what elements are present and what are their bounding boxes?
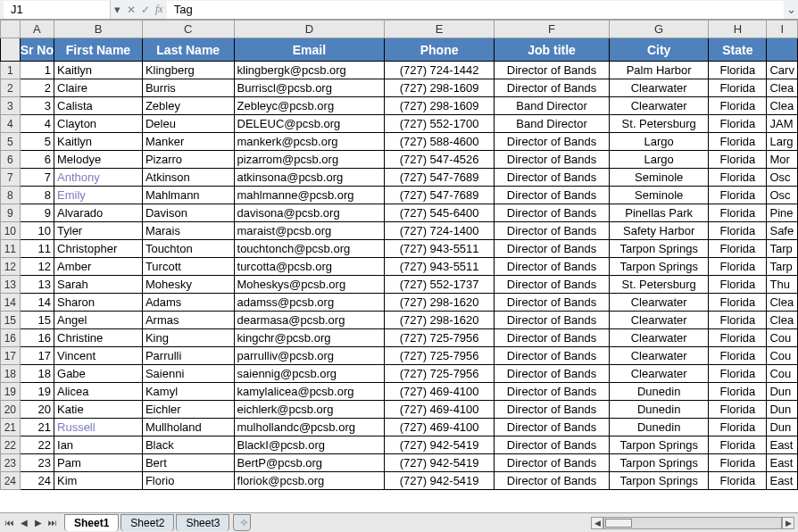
- cell[interactable]: Moheskys@pcsb.org: [234, 276, 385, 294]
- cell[interactable]: Christine: [54, 329, 143, 347]
- cell[interactable]: (727) 942-5419: [385, 472, 495, 490]
- cell[interactable]: Dun: [767, 383, 798, 401]
- cell[interactable]: Larg: [767, 133, 798, 151]
- cell[interactable]: Tarpon Springs: [610, 240, 709, 258]
- cell[interactable]: Florida: [709, 204, 767, 222]
- cell[interactable]: Florida: [709, 97, 767, 115]
- cell[interactable]: Vincent: [54, 347, 143, 365]
- cell[interactable]: Clea: [767, 312, 798, 329]
- cell[interactable]: Clearwater: [610, 312, 709, 329]
- cell[interactable]: Director of Bands: [495, 401, 610, 419]
- col-header-A[interactable]: A: [20, 21, 54, 38]
- cell[interactable]: Director of Bands: [495, 329, 610, 347]
- cell[interactable]: (727) 547-7689: [385, 187, 495, 204]
- cell[interactable]: Manker: [142, 133, 234, 151]
- header-cell[interactable]: Job title: [495, 38, 610, 62]
- row-header[interactable]: 20: [1, 401, 21, 419]
- row-header[interactable]: 18: [1, 365, 21, 383]
- cell[interactable]: Florida: [709, 79, 767, 97]
- cell[interactable]: (727) 552-1700: [385, 115, 495, 133]
- cell[interactable]: Florida: [709, 365, 767, 383]
- cell[interactable]: Cou: [767, 329, 798, 347]
- row-header[interactable]: 7: [1, 169, 21, 187]
- tab-nav-prev-icon[interactable]: ◀: [18, 516, 30, 530]
- cell[interactable]: Bert: [142, 454, 234, 472]
- cell[interactable]: East: [767, 454, 798, 472]
- cell[interactable]: Seminole: [610, 169, 709, 187]
- cell[interactable]: Director of Bands: [495, 347, 610, 365]
- cell[interactable]: Adams: [142, 294, 234, 312]
- cell[interactable]: touchtonch@pcsb.org: [234, 240, 385, 258]
- cell[interactable]: Armas: [142, 312, 234, 329]
- cell[interactable]: Sharon: [54, 294, 143, 312]
- cell[interactable]: Saienni: [142, 365, 234, 383]
- cell[interactable]: Director of Bands: [495, 62, 610, 79]
- header-cell[interactable]: Email: [234, 38, 385, 62]
- cell[interactable]: Largo: [610, 151, 709, 169]
- cell[interactable]: Pinellas Park: [610, 204, 709, 222]
- cell[interactable]: Clearwater: [610, 347, 709, 365]
- cell[interactable]: Director of Bands: [495, 419, 610, 436]
- cell[interactable]: Pine: [767, 204, 798, 222]
- cell[interactable]: Dunedin: [610, 419, 709, 436]
- cell[interactable]: Florio: [142, 472, 234, 490]
- cell[interactable]: Osc: [767, 169, 798, 187]
- cell[interactable]: (727) 724-1400: [385, 222, 495, 240]
- tab-nav-first-icon[interactable]: ⏮: [4, 516, 16, 530]
- header-cell[interactable]: City: [610, 38, 709, 62]
- cell[interactable]: Davison: [142, 204, 234, 222]
- row-header[interactable]: 23: [1, 454, 21, 472]
- cell[interactable]: Clea: [767, 294, 798, 312]
- cell[interactable]: Dunedin: [610, 383, 709, 401]
- cell[interactable]: mankerk@pcsb.org: [234, 133, 385, 151]
- cell[interactable]: Director of Bands: [495, 133, 610, 151]
- cell[interactable]: (727) 298-1620: [385, 294, 495, 312]
- row-header[interactable]: 6: [1, 151, 21, 169]
- hscroll-thumb[interactable]: [605, 519, 632, 528]
- cell[interactable]: Director of Bands: [495, 365, 610, 383]
- cell[interactable]: Tarpon Springs: [610, 454, 709, 472]
- cell[interactable]: 24: [20, 472, 54, 490]
- col-header-F[interactable]: F: [495, 21, 610, 38]
- select-all-corner[interactable]: [1, 21, 21, 38]
- cell[interactable]: Cou: [767, 347, 798, 365]
- cell[interactable]: 13: [20, 276, 54, 294]
- name-box-dropdown-icon[interactable]: ▾: [111, 3, 123, 16]
- cell[interactable]: Florida: [709, 294, 767, 312]
- cell[interactable]: Florida: [709, 222, 767, 240]
- cell[interactable]: (727) 724-1442: [385, 62, 495, 79]
- cell[interactable]: (727) 725-7956: [385, 347, 495, 365]
- cell[interactable]: Kamyl: [142, 383, 234, 401]
- cell[interactable]: Zebleyc@pcsb.org: [234, 97, 385, 115]
- cell[interactable]: Florida: [709, 472, 767, 490]
- cell[interactable]: Dun: [767, 401, 798, 419]
- cell[interactable]: Florida: [709, 436, 767, 454]
- cell[interactable]: (727) 943-5511: [385, 240, 495, 258]
- cell[interactable]: mulhollandc@pcsb.org: [234, 419, 385, 436]
- cell[interactable]: East: [767, 472, 798, 490]
- cell[interactable]: 14: [20, 294, 54, 312]
- cell[interactable]: Alicea: [54, 383, 143, 401]
- cell[interactable]: Director of Bands: [495, 79, 610, 97]
- cell[interactable]: Largo: [610, 133, 709, 151]
- cell[interactable]: Clearwater: [610, 365, 709, 383]
- tab-nav-next-icon[interactable]: ▶: [32, 516, 45, 530]
- cell[interactable]: dearmasa@pcsb.org: [234, 312, 385, 329]
- cell[interactable]: Angel: [54, 312, 143, 329]
- row-header[interactable]: 15: [1, 312, 21, 329]
- row-header[interactable]: 11: [1, 240, 21, 258]
- cell[interactable]: Florida: [709, 187, 767, 204]
- cell[interactable]: Florida: [709, 240, 767, 258]
- cell[interactable]: mahlmanne@pcsb.org: [234, 187, 385, 204]
- cell[interactable]: Clearwater: [610, 79, 709, 97]
- header-cell[interactable]: State: [709, 38, 767, 62]
- tab-nav-last-icon[interactable]: ⏭: [46, 516, 59, 530]
- cell[interactable]: Emily: [54, 187, 143, 204]
- cell[interactable]: Director of Bands: [495, 454, 610, 472]
- cell[interactable]: (727) 298-1620: [385, 312, 495, 329]
- cell[interactable]: Director of Bands: [495, 472, 610, 490]
- cell[interactable]: 8: [20, 187, 54, 204]
- cell[interactable]: Sarah: [54, 276, 143, 294]
- row-header[interactable]: 19: [1, 383, 21, 401]
- cell[interactable]: Director of Bands: [495, 276, 610, 294]
